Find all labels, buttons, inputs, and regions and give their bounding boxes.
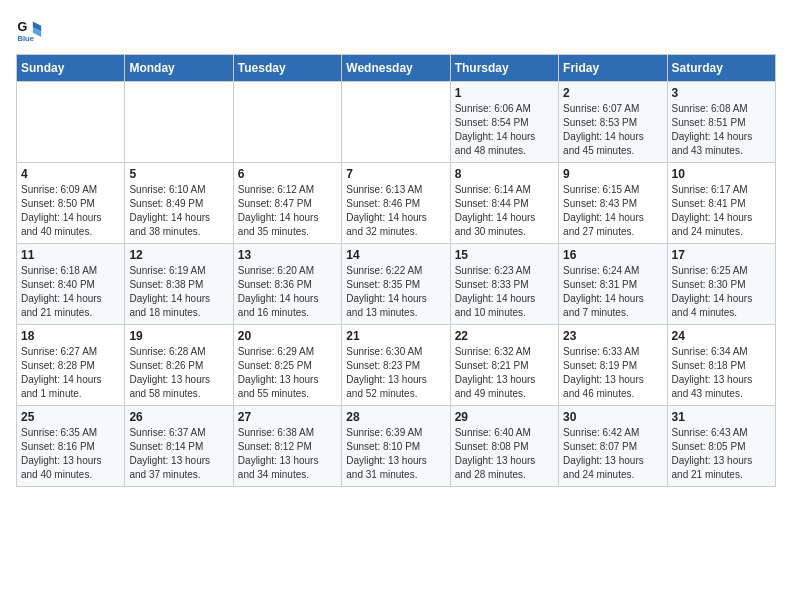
calendar-cell bbox=[233, 82, 341, 163]
calendar-week-row: 1Sunrise: 6:06 AM Sunset: 8:54 PM Daylig… bbox=[17, 82, 776, 163]
day-info: Sunrise: 6:25 AM Sunset: 8:30 PM Dayligh… bbox=[672, 264, 771, 320]
calendar-cell: 9Sunrise: 6:15 AM Sunset: 8:43 PM Daylig… bbox=[559, 163, 667, 244]
calendar-cell: 28Sunrise: 6:39 AM Sunset: 8:10 PM Dayli… bbox=[342, 406, 450, 487]
calendar-cell: 18Sunrise: 6:27 AM Sunset: 8:28 PM Dayli… bbox=[17, 325, 125, 406]
day-info: Sunrise: 6:42 AM Sunset: 8:07 PM Dayligh… bbox=[563, 426, 662, 482]
day-info: Sunrise: 6:39 AM Sunset: 8:10 PM Dayligh… bbox=[346, 426, 445, 482]
calendar-cell: 10Sunrise: 6:17 AM Sunset: 8:41 PM Dayli… bbox=[667, 163, 775, 244]
header-day-wednesday: Wednesday bbox=[342, 55, 450, 82]
day-info: Sunrise: 6:24 AM Sunset: 8:31 PM Dayligh… bbox=[563, 264, 662, 320]
calendar-cell bbox=[17, 82, 125, 163]
logo: G Blue bbox=[16, 16, 48, 44]
day-number: 19 bbox=[129, 329, 228, 343]
day-number: 8 bbox=[455, 167, 554, 181]
day-info: Sunrise: 6:38 AM Sunset: 8:12 PM Dayligh… bbox=[238, 426, 337, 482]
day-info: Sunrise: 6:28 AM Sunset: 8:26 PM Dayligh… bbox=[129, 345, 228, 401]
calendar-week-row: 4Sunrise: 6:09 AM Sunset: 8:50 PM Daylig… bbox=[17, 163, 776, 244]
calendar-cell bbox=[125, 82, 233, 163]
day-number: 2 bbox=[563, 86, 662, 100]
calendar-cell: 31Sunrise: 6:43 AM Sunset: 8:05 PM Dayli… bbox=[667, 406, 775, 487]
day-number: 10 bbox=[672, 167, 771, 181]
day-info: Sunrise: 6:10 AM Sunset: 8:49 PM Dayligh… bbox=[129, 183, 228, 239]
day-number: 11 bbox=[21, 248, 120, 262]
day-info: Sunrise: 6:29 AM Sunset: 8:25 PM Dayligh… bbox=[238, 345, 337, 401]
day-number: 28 bbox=[346, 410, 445, 424]
calendar-cell: 25Sunrise: 6:35 AM Sunset: 8:16 PM Dayli… bbox=[17, 406, 125, 487]
day-number: 16 bbox=[563, 248, 662, 262]
day-number: 20 bbox=[238, 329, 337, 343]
day-number: 13 bbox=[238, 248, 337, 262]
day-info: Sunrise: 6:33 AM Sunset: 8:19 PM Dayligh… bbox=[563, 345, 662, 401]
day-info: Sunrise: 6:14 AM Sunset: 8:44 PM Dayligh… bbox=[455, 183, 554, 239]
header-day-monday: Monday bbox=[125, 55, 233, 82]
day-info: Sunrise: 6:19 AM Sunset: 8:38 PM Dayligh… bbox=[129, 264, 228, 320]
day-number: 22 bbox=[455, 329, 554, 343]
calendar-cell: 8Sunrise: 6:14 AM Sunset: 8:44 PM Daylig… bbox=[450, 163, 558, 244]
day-number: 18 bbox=[21, 329, 120, 343]
day-number: 3 bbox=[672, 86, 771, 100]
calendar-cell: 30Sunrise: 6:42 AM Sunset: 8:07 PM Dayli… bbox=[559, 406, 667, 487]
calendar-table: SundayMondayTuesdayWednesdayThursdayFrid… bbox=[16, 54, 776, 487]
day-info: Sunrise: 6:09 AM Sunset: 8:50 PM Dayligh… bbox=[21, 183, 120, 239]
header-day-sunday: Sunday bbox=[17, 55, 125, 82]
calendar-cell: 4Sunrise: 6:09 AM Sunset: 8:50 PM Daylig… bbox=[17, 163, 125, 244]
svg-text:Blue: Blue bbox=[17, 34, 34, 43]
day-number: 21 bbox=[346, 329, 445, 343]
day-info: Sunrise: 6:40 AM Sunset: 8:08 PM Dayligh… bbox=[455, 426, 554, 482]
calendar-cell: 11Sunrise: 6:18 AM Sunset: 8:40 PM Dayli… bbox=[17, 244, 125, 325]
calendar-cell: 24Sunrise: 6:34 AM Sunset: 8:18 PM Dayli… bbox=[667, 325, 775, 406]
svg-text:G: G bbox=[17, 20, 27, 34]
day-number: 15 bbox=[455, 248, 554, 262]
calendar-cell: 27Sunrise: 6:38 AM Sunset: 8:12 PM Dayli… bbox=[233, 406, 341, 487]
calendar-cell: 12Sunrise: 6:19 AM Sunset: 8:38 PM Dayli… bbox=[125, 244, 233, 325]
header-day-tuesday: Tuesday bbox=[233, 55, 341, 82]
day-number: 24 bbox=[672, 329, 771, 343]
calendar-cell: 21Sunrise: 6:30 AM Sunset: 8:23 PM Dayli… bbox=[342, 325, 450, 406]
day-info: Sunrise: 6:37 AM Sunset: 8:14 PM Dayligh… bbox=[129, 426, 228, 482]
header-day-friday: Friday bbox=[559, 55, 667, 82]
calendar-week-row: 11Sunrise: 6:18 AM Sunset: 8:40 PM Dayli… bbox=[17, 244, 776, 325]
day-number: 5 bbox=[129, 167, 228, 181]
day-info: Sunrise: 6:15 AM Sunset: 8:43 PM Dayligh… bbox=[563, 183, 662, 239]
calendar-cell: 6Sunrise: 6:12 AM Sunset: 8:47 PM Daylig… bbox=[233, 163, 341, 244]
day-number: 27 bbox=[238, 410, 337, 424]
day-number: 12 bbox=[129, 248, 228, 262]
day-info: Sunrise: 6:30 AM Sunset: 8:23 PM Dayligh… bbox=[346, 345, 445, 401]
calendar-cell: 17Sunrise: 6:25 AM Sunset: 8:30 PM Dayli… bbox=[667, 244, 775, 325]
day-info: Sunrise: 6:07 AM Sunset: 8:53 PM Dayligh… bbox=[563, 102, 662, 158]
calendar-week-row: 18Sunrise: 6:27 AM Sunset: 8:28 PM Dayli… bbox=[17, 325, 776, 406]
day-info: Sunrise: 6:34 AM Sunset: 8:18 PM Dayligh… bbox=[672, 345, 771, 401]
day-info: Sunrise: 6:13 AM Sunset: 8:46 PM Dayligh… bbox=[346, 183, 445, 239]
day-number: 23 bbox=[563, 329, 662, 343]
day-number: 14 bbox=[346, 248, 445, 262]
day-number: 6 bbox=[238, 167, 337, 181]
day-info: Sunrise: 6:23 AM Sunset: 8:33 PM Dayligh… bbox=[455, 264, 554, 320]
header-day-saturday: Saturday bbox=[667, 55, 775, 82]
calendar-week-row: 25Sunrise: 6:35 AM Sunset: 8:16 PM Dayli… bbox=[17, 406, 776, 487]
calendar-cell: 23Sunrise: 6:33 AM Sunset: 8:19 PM Dayli… bbox=[559, 325, 667, 406]
day-number: 4 bbox=[21, 167, 120, 181]
day-number: 31 bbox=[672, 410, 771, 424]
calendar-cell: 14Sunrise: 6:22 AM Sunset: 8:35 PM Dayli… bbox=[342, 244, 450, 325]
header-day-thursday: Thursday bbox=[450, 55, 558, 82]
calendar-cell: 13Sunrise: 6:20 AM Sunset: 8:36 PM Dayli… bbox=[233, 244, 341, 325]
day-info: Sunrise: 6:32 AM Sunset: 8:21 PM Dayligh… bbox=[455, 345, 554, 401]
day-number: 30 bbox=[563, 410, 662, 424]
calendar-cell: 19Sunrise: 6:28 AM Sunset: 8:26 PM Dayli… bbox=[125, 325, 233, 406]
day-info: Sunrise: 6:12 AM Sunset: 8:47 PM Dayligh… bbox=[238, 183, 337, 239]
day-number: 26 bbox=[129, 410, 228, 424]
day-info: Sunrise: 6:43 AM Sunset: 8:05 PM Dayligh… bbox=[672, 426, 771, 482]
logo-icon: G Blue bbox=[16, 16, 44, 44]
calendar-cell: 16Sunrise: 6:24 AM Sunset: 8:31 PM Dayli… bbox=[559, 244, 667, 325]
header: G Blue bbox=[16, 16, 776, 44]
day-number: 7 bbox=[346, 167, 445, 181]
calendar-cell: 29Sunrise: 6:40 AM Sunset: 8:08 PM Dayli… bbox=[450, 406, 558, 487]
calendar-cell: 2Sunrise: 6:07 AM Sunset: 8:53 PM Daylig… bbox=[559, 82, 667, 163]
day-info: Sunrise: 6:20 AM Sunset: 8:36 PM Dayligh… bbox=[238, 264, 337, 320]
day-info: Sunrise: 6:18 AM Sunset: 8:40 PM Dayligh… bbox=[21, 264, 120, 320]
calendar-cell: 1Sunrise: 6:06 AM Sunset: 8:54 PM Daylig… bbox=[450, 82, 558, 163]
calendar-cell: 3Sunrise: 6:08 AM Sunset: 8:51 PM Daylig… bbox=[667, 82, 775, 163]
day-info: Sunrise: 6:22 AM Sunset: 8:35 PM Dayligh… bbox=[346, 264, 445, 320]
day-info: Sunrise: 6:06 AM Sunset: 8:54 PM Dayligh… bbox=[455, 102, 554, 158]
day-info: Sunrise: 6:27 AM Sunset: 8:28 PM Dayligh… bbox=[21, 345, 120, 401]
